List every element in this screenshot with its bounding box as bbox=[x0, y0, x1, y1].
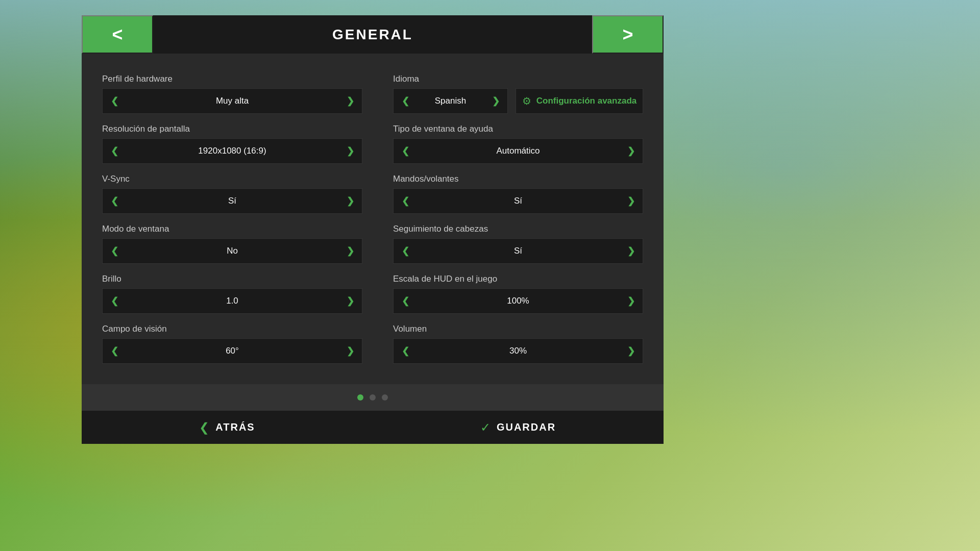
advanced-label: Configuración avanzada bbox=[536, 96, 636, 106]
page-title: GENERAL bbox=[332, 27, 413, 43]
prev-button[interactable]: < bbox=[82, 15, 153, 54]
label-hud-escala: Escala de HUD en el juego bbox=[393, 274, 643, 284]
modo-ventana-prev[interactable]: ❮ bbox=[103, 238, 126, 264]
idioma-value: Spanish bbox=[417, 96, 484, 106]
perfil-hardware-value: Muy alta bbox=[126, 96, 338, 106]
header: < GENERAL > bbox=[82, 15, 664, 54]
setting-volumen: Volumen ❮ 30% ❯ bbox=[373, 319, 643, 369]
idioma-next[interactable]: ❯ bbox=[484, 88, 507, 114]
settings-dialog: < GENERAL > Perfil de hardware ❮ Muy alt… bbox=[82, 15, 664, 429]
pagination-dot-3[interactable] bbox=[382, 394, 388, 400]
save-icon: ✓ bbox=[480, 420, 491, 435]
next-icon: > bbox=[622, 24, 633, 45]
control-modo-ventana: ❮ No ❯ bbox=[102, 238, 362, 264]
control-tipo-ventana: ❮ Automático ❯ bbox=[393, 138, 643, 164]
control-idioma: ❮ Spanish ❯ bbox=[393, 88, 508, 114]
hud-escala-prev[interactable]: ❮ bbox=[394, 288, 417, 314]
vsync-next[interactable]: ❯ bbox=[338, 188, 362, 214]
gear-icon: ⚙ bbox=[522, 95, 531, 107]
control-brillo: ❮ 1.0 ❯ bbox=[102, 288, 362, 314]
hud-escala-value: 100% bbox=[417, 296, 619, 306]
setting-seguimiento: Seguimiento de cabezas ❮ Sí ❯ bbox=[373, 219, 643, 269]
back-button[interactable]: ❮ ATRÁS bbox=[82, 411, 373, 444]
volumen-next[interactable]: ❯ bbox=[619, 338, 643, 364]
control-perfil-hardware: ❮ Muy alta ❯ bbox=[102, 88, 362, 114]
setting-campo-vision: Campo de visión ❮ 60° ❯ bbox=[102, 319, 373, 369]
setting-brillo: Brillo ❮ 1.0 ❯ bbox=[102, 269, 373, 319]
control-vsync: ❮ Sí ❯ bbox=[102, 188, 362, 214]
control-resolucion: ❮ 980x551 (16:9) ❯ bbox=[102, 138, 362, 164]
control-seguimiento: ❮ Sí ❯ bbox=[393, 238, 643, 264]
setting-idioma-row: Idioma ❮ Spanish ❯ ⚙ Configuración avanz… bbox=[373, 69, 643, 119]
mandos-prev[interactable]: ❮ bbox=[394, 188, 417, 214]
volumen-prev[interactable]: ❮ bbox=[394, 338, 417, 364]
label-vsync: V-Sync bbox=[102, 174, 362, 184]
control-hud-escala: ❮ 100% ❯ bbox=[393, 288, 643, 314]
resolucion-prev[interactable]: ❮ bbox=[103, 138, 126, 164]
setting-resolucion: Resolución de pantalla ❮ 980x551 (16:9… bbox=[102, 119, 373, 169]
mandos-value: Sí bbox=[417, 196, 619, 206]
label-perfil-hardware: Perfil de hardware bbox=[102, 74, 362, 84]
campo-vision-prev[interactable]: ❮ bbox=[103, 338, 126, 364]
setting-mandos: Mandos/volantes ❮ Sí ❯ bbox=[373, 169, 643, 219]
back-icon: ❮ bbox=[199, 420, 209, 435]
vsync-prev[interactable]: ❮ bbox=[103, 188, 126, 214]
tipo-ventana-prev[interactable]: ❮ bbox=[394, 138, 417, 164]
seguimiento-next[interactable]: ❯ bbox=[619, 238, 643, 264]
header-title-area: GENERAL bbox=[153, 15, 592, 54]
control-campo-vision: ❮ 60° ❯ bbox=[102, 338, 362, 364]
brillo-next[interactable]: ❯ bbox=[338, 288, 362, 314]
control-volumen: ❮ 30% ❯ bbox=[393, 338, 643, 364]
control-mandos: ❮ Sí ❯ bbox=[393, 188, 643, 214]
label-modo-ventana: Modo de ventana bbox=[102, 224, 362, 234]
tipo-ventana-value: Automático bbox=[417, 146, 619, 156]
label-brillo: Brillo bbox=[102, 274, 362, 284]
label-seguimiento: Seguimiento de cabezas bbox=[393, 224, 643, 234]
perfil-hardware-next[interactable]: ❯ bbox=[338, 88, 362, 114]
save-button[interactable]: ✓ GUARDAR bbox=[373, 411, 664, 444]
prev-icon: < bbox=[112, 24, 122, 45]
modo-ventana-next[interactable]: ❯ bbox=[338, 238, 362, 264]
resolucion-value: 980x551 (16:9) bbox=[126, 146, 338, 156]
save-label: GUARDAR bbox=[497, 421, 556, 433]
pagination-dot-1[interactable] bbox=[357, 394, 363, 400]
campo-vision-value: 60° bbox=[126, 346, 338, 356]
mandos-next[interactable]: ❯ bbox=[619, 188, 643, 214]
label-resolucion: Resolución de pantalla bbox=[102, 124, 362, 134]
pagination-dot-2[interactable] bbox=[370, 394, 376, 400]
setting-tipo-ventana: Tipo de ventana de ayuda ❮ Automático ❯ bbox=[373, 119, 643, 169]
setting-perfil-hardware: Perfil de hardware ❮ Muy alta ❯ bbox=[102, 69, 373, 119]
pagination bbox=[82, 384, 664, 411]
setting-vsync: V-Sync ❮ Sí ❯ bbox=[102, 169, 373, 219]
footer: ❮ ATRÁS ✓ GUARDAR bbox=[82, 411, 664, 444]
volumen-value: 30% bbox=[417, 346, 619, 356]
label-idioma: Idioma bbox=[393, 74, 643, 84]
setting-modo-ventana: Modo de ventana ❮ No ❯ bbox=[102, 219, 373, 269]
brillo-value: 1.0 bbox=[126, 296, 338, 306]
hud-escala-next[interactable]: ❯ bbox=[619, 288, 643, 314]
next-button[interactable]: > bbox=[592, 15, 664, 54]
perfil-hardware-prev[interactable]: ❮ bbox=[103, 88, 126, 114]
seguimiento-prev[interactable]: ❮ bbox=[394, 238, 417, 264]
modo-ventana-value: No bbox=[126, 246, 338, 256]
idioma-prev[interactable]: ❮ bbox=[394, 88, 417, 114]
brillo-prev[interactable]: ❮ bbox=[103, 288, 126, 314]
settings-content: Perfil de hardware ❮ Muy alta ❯ Idioma ❮… bbox=[82, 54, 664, 384]
label-tipo-ventana: Tipo de ventana de ayuda bbox=[393, 124, 643, 134]
seguimiento-value: Sí bbox=[417, 246, 619, 256]
campo-vision-next[interactable]: ❯ bbox=[338, 338, 362, 364]
idioma-controls: ❮ Spanish ❯ ⚙ Configuración avanzada bbox=[393, 88, 643, 114]
label-mandos: Mandos/volantes bbox=[393, 174, 643, 184]
label-campo-vision: Campo de visión bbox=[102, 324, 362, 334]
back-label: ATRÁS bbox=[215, 421, 255, 433]
resolucion-next[interactable]: ❯ bbox=[338, 138, 362, 164]
vsync-value: Sí bbox=[126, 196, 338, 206]
setting-hud-escala: Escala de HUD en el juego ❮ 100% ❯ bbox=[373, 269, 643, 319]
tipo-ventana-next[interactable]: ❯ bbox=[619, 138, 643, 164]
label-volumen: Volumen bbox=[393, 324, 643, 334]
advanced-settings-button[interactable]: ⚙ Configuración avanzada bbox=[516, 88, 643, 114]
